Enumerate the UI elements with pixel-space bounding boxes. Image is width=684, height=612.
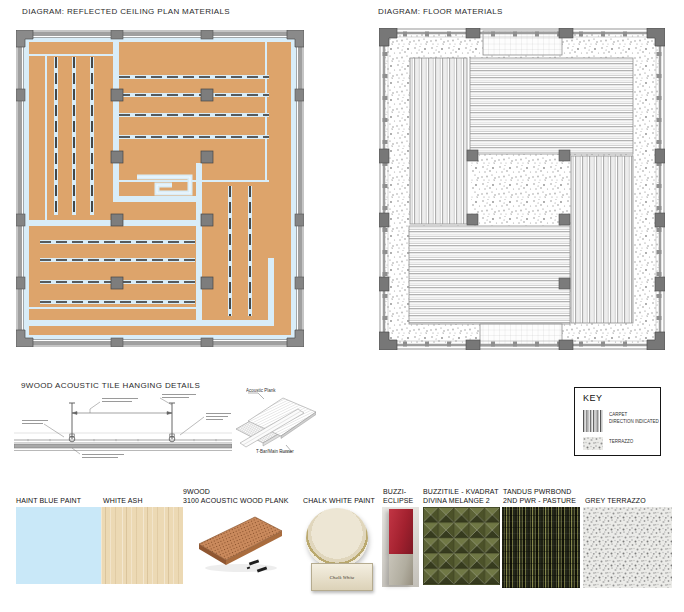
hanging-detail-section-drawing	[14, 393, 232, 462]
chalk-white-paint-lid	[306, 508, 368, 568]
materials-sheet: DIAGRAM: REFLECTED CEILING PLAN MATERIAL…	[0, 0, 684, 612]
key-terrazzo-label: TERRAZZO	[609, 439, 633, 444]
hanger-wires	[69, 403, 175, 442]
key-terrazzo-swatch	[583, 437, 603, 450]
ceiling-diagram-title: DIAGRAM: REFLECTED CEILING PLAN MATERIAL…	[22, 7, 230, 16]
annotation-marks	[22, 394, 231, 458]
chalk-white-card: Chalk White	[311, 563, 373, 591]
material-label-tandus: TANDUS PWRBOND2ND PWR - PASTURE	[503, 487, 576, 505]
key-carpet-label-line2: DIRECTION INDICATED	[609, 419, 659, 424]
material-label-haint-blue: HAINT BLUE PAINT	[16, 496, 81, 505]
swatch-buzzi-eclipse	[382, 507, 419, 587]
material-label-grey-terrazzo: GREY TERRAZZO	[585, 496, 646, 505]
floor-diagram-title: DIAGRAM: FLOOR MATERIALS	[378, 7, 503, 16]
iso-label-acoustic-plank: Acoustic Plank	[246, 388, 275, 393]
swatch-haint-blue-paint	[16, 507, 101, 584]
swatch-white-ash	[101, 507, 183, 584]
buzzi-eclipse-red-panel	[389, 509, 413, 554]
key-carpet-swatch	[583, 410, 603, 432]
9wood-plank-photo	[183, 504, 294, 584]
material-label-buzzitile: BUZZITILE - KVADRATDIVINA MELANGE 2	[423, 487, 499, 505]
key-panel: KEY CARPET DIRECTION INDICATED TERRAZZO	[574, 387, 661, 456]
chalk-white-card-text: Chalk White	[330, 574, 355, 580]
material-label-9wood: 9WOOD3100 ACOUSTIC WOOD PLANK	[183, 487, 289, 505]
hanging-details-title: 9WOOD ACOUSTIC TILE HANGING DETAILS	[21, 381, 200, 390]
dimension-line	[72, 412, 172, 415]
key-title: KEY	[583, 393, 603, 403]
ceiling-plan-diagram	[16, 30, 304, 347]
material-label-buzzi-eclipse: BUZZI-ECLIPSE	[383, 487, 413, 505]
swatch-grey-terrazzo	[583, 507, 672, 588]
floor-plan-diagram	[379, 28, 665, 350]
swatch-buzzitile-kvadrat	[423, 507, 500, 585]
material-label-white-ash: WHITE ASH	[103, 496, 143, 505]
buzzi-eclipse-gray-panel	[389, 554, 413, 585]
key-carpet-label-line1: CARPET	[609, 412, 627, 417]
iso-label-tbar-runner: T-Bar/Main Runner	[256, 449, 294, 454]
swatch-9wood-plank	[183, 504, 294, 584]
swatch-tandus-pwrbond	[502, 507, 580, 588]
